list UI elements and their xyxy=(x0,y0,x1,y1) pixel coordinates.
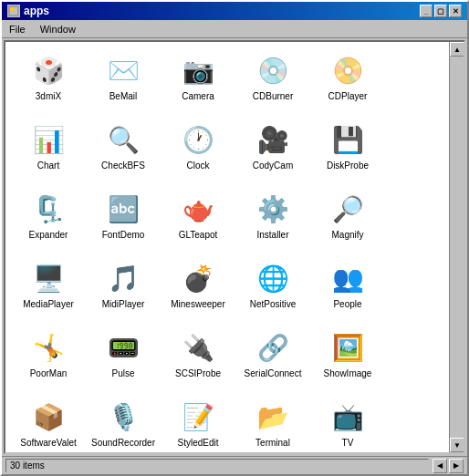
title-bar-left: apps xyxy=(7,5,49,17)
app-icon-checkbfs[interactable]: 🔍CheckBFS xyxy=(88,119,159,184)
app-icon-midiplayer[interactable]: 🎵MidiPlayer xyxy=(88,257,159,323)
app-icon-soundrecorder[interactable]: 🎙️SoundRecorder xyxy=(88,396,159,452)
app-icon-clock[interactable]: 🕐Clock xyxy=(162,119,234,184)
clock-icon: 🕐 xyxy=(180,122,216,159)
camera-label: Camera xyxy=(182,91,214,102)
softwarevalet-label: SoftwareValet xyxy=(20,438,77,449)
netpositive-icon: 🌐 xyxy=(255,261,291,297)
app-icon-serialconnect[interactable]: 🔗SerialConnect xyxy=(237,326,308,392)
app-icon-magnify[interactable]: 🔎Magnify xyxy=(312,188,383,254)
app-icon-poorman[interactable]: 🤸PoorMan xyxy=(13,326,84,392)
tv-label: TV xyxy=(342,438,354,449)
codycam-icon: 🎥 xyxy=(255,122,291,159)
menu-window[interactable]: Window xyxy=(36,23,79,36)
app-icon-bemail[interactable]: ✉️BeMail xyxy=(88,49,159,115)
stylededit-icon: 📝 xyxy=(180,399,216,436)
app-icon-tv[interactable]: 📺TV xyxy=(312,396,383,452)
minesweeper-label: Minesweeper xyxy=(171,299,224,310)
nav-buttons: ◀ ▶ xyxy=(433,459,464,473)
tv-icon: 📺 xyxy=(329,399,366,436)
midiplayer-label: MidiPlayer xyxy=(102,299,145,310)
chart-label: Chart xyxy=(37,160,59,171)
app-icon-netpositive[interactable]: 🌐NetPositive xyxy=(237,257,308,323)
nav-prev-button[interactable]: ◀ xyxy=(433,459,447,473)
chart-icon: 📊 xyxy=(30,122,67,159)
people-icon: 👥 xyxy=(329,261,366,297)
cdplayer-icon: 📀 xyxy=(329,53,366,89)
installer-icon: ⚙️ xyxy=(255,191,291,228)
status-text: 30 items xyxy=(5,459,429,472)
app-icon-camera[interactable]: 📷Camera xyxy=(162,49,234,115)
soundrecorder-icon: 🎙️ xyxy=(105,399,141,436)
mediaplayer-icon: 🖥️ xyxy=(30,261,67,297)
pulse-label: Pulse xyxy=(111,368,134,379)
menu-bar: File Window xyxy=(2,20,467,38)
diskprobe-label: DiskProbe xyxy=(327,160,369,171)
scroll-up-button[interactable]: ▲ xyxy=(450,42,464,57)
scroll-down-button[interactable]: ▼ xyxy=(450,438,464,452)
bemail-label: BeMail xyxy=(109,91,138,102)
window-title: apps xyxy=(24,5,49,17)
codycam-label: CodyCam xyxy=(253,160,293,171)
app-icon-codycam[interactable]: 🎥CodyCam xyxy=(237,119,308,184)
cdburner-label: CDBurner xyxy=(253,91,293,102)
expander-icon: 🗜️ xyxy=(30,191,67,228)
app-icon-fontdemo[interactable]: 🔤FontDemo xyxy=(88,188,159,254)
checkbfs-label: CheckBFS xyxy=(101,160,145,171)
content-area: 🎲3dmiX✉️BeMail📷Camera💿CDBurner📀CDPlayer📊… xyxy=(4,40,465,454)
app-icon-people[interactable]: 👥People xyxy=(312,257,383,323)
scsiprobe-label: SCSIProbe xyxy=(175,368,221,379)
minimize-button[interactable]: _ xyxy=(420,5,433,17)
netpositive-label: NetPositive xyxy=(250,299,297,310)
checkbfs-icon: 🔍 xyxy=(105,122,141,159)
svg-rect-1 xyxy=(10,7,14,11)
app-icon-glteapot[interactable]: 🫖GLTeapot xyxy=(162,188,234,254)
camera-icon: 📷 xyxy=(180,53,216,89)
app-icon-scsiprobe[interactable]: 🔌SCSIProbe xyxy=(162,326,234,392)
window-icon xyxy=(7,5,20,17)
showimage-icon: 🖼️ xyxy=(329,330,366,367)
fontdemo-icon: 🔤 xyxy=(105,191,141,228)
title-controls: _ ▢ ✕ xyxy=(420,5,462,17)
scroll-track[interactable] xyxy=(450,57,464,438)
glteapot-label: GLTeapot xyxy=(179,230,218,241)
app-icon-3dmix[interactable]: 🎲3dmiX xyxy=(13,49,84,115)
nav-next-button[interactable]: ▶ xyxy=(449,459,464,473)
glteapot-icon: 🫖 xyxy=(180,191,216,228)
poorman-icon: 🤸 xyxy=(30,330,67,367)
app-icon-mediaplayer[interactable]: 🖥️MediaPlayer xyxy=(13,257,84,323)
expander-label: Expander xyxy=(29,230,68,241)
magnify-label: Magnify xyxy=(331,230,363,241)
app-icon-installer[interactable]: ⚙️Installer xyxy=(237,188,308,254)
app-icon-pulse[interactable]: 📟Pulse xyxy=(88,326,159,392)
terminal-icon: 📂 xyxy=(255,399,291,436)
app-icon-terminal[interactable]: 📂Terminal xyxy=(237,396,308,452)
magnify-icon: 🔎 xyxy=(329,191,366,228)
app-icon-softwarevalet[interactable]: 📦SoftwareValet xyxy=(13,396,84,452)
cdburner-icon: 💿 xyxy=(255,53,291,89)
app-icon-diskprobe[interactable]: 💾DiskProbe xyxy=(312,119,383,184)
terminal-label: Terminal xyxy=(255,438,290,449)
midiplayer-icon: 🎵 xyxy=(105,261,141,297)
scsiprobe-icon: 🔌 xyxy=(180,330,216,367)
app-icon-minesweeper[interactable]: 💣Minesweeper xyxy=(162,257,234,323)
app-icon-showimage[interactable]: 🖼️ShowImage xyxy=(312,326,383,392)
3dmix-icon: 🎲 xyxy=(30,53,67,89)
maximize-button[interactable]: ▢ xyxy=(434,5,447,17)
fontdemo-label: FontDemo xyxy=(102,230,145,241)
serialconnect-label: SerialConnect xyxy=(245,368,302,379)
apps-window: apps _ ▢ ✕ File Window 🎲3dmiX✉️BeMail📷Ca… xyxy=(0,0,469,476)
scrollbar: ▲ ▼ xyxy=(449,42,464,452)
app-icon-stylededit[interactable]: 📝StyledEdit xyxy=(162,396,234,452)
menu-file[interactable]: File xyxy=(5,23,29,36)
installer-label: Installer xyxy=(256,230,288,241)
close-button[interactable]: ✕ xyxy=(449,5,462,17)
app-icon-expander[interactable]: 🗜️Expander xyxy=(13,188,84,254)
app-icon-chart[interactable]: 📊Chart xyxy=(13,119,84,184)
stylededit-label: StyledEdit xyxy=(177,438,218,449)
poorman-label: PoorMan xyxy=(30,368,68,379)
clock-label: Clock xyxy=(186,160,209,171)
app-icon-cdplayer[interactable]: 📀CDPlayer xyxy=(312,49,383,115)
app-icon-cdburner[interactable]: 💿CDBurner xyxy=(237,49,308,115)
soundrecorder-label: SoundRecorder xyxy=(91,438,155,449)
